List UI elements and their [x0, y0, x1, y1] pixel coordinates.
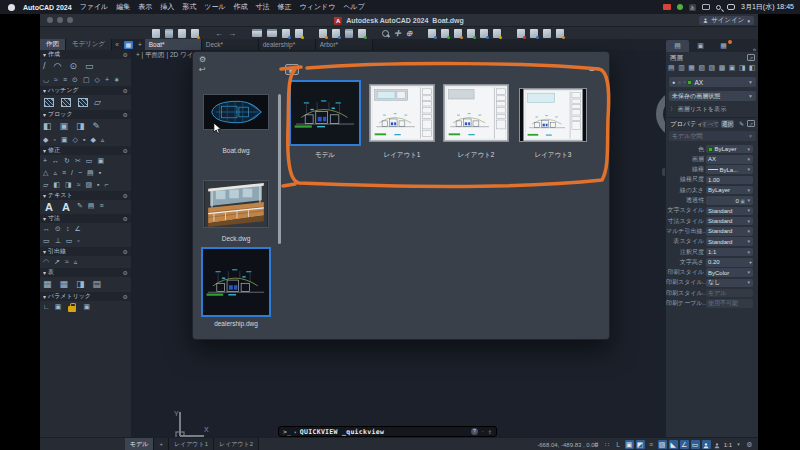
tool-icon[interactable]: ▭	[66, 236, 73, 246]
tool-icon[interactable]: ▵	[74, 257, 78, 267]
quickview-back-icon[interactable]: ↩	[199, 65, 206, 74]
drawing-tab-dealership[interactable]: dealership*	[259, 39, 316, 50]
tool-icon[interactable]: ◨	[76, 120, 85, 133]
menu-window[interactable]: ウィンドウ	[300, 2, 336, 12]
palette-section-header[interactable]: ▾寸法⚙	[40, 214, 131, 223]
tool-icon[interactable]: ▱	[43, 180, 48, 190]
gear-icon[interactable]: ⚙	[123, 293, 128, 300]
spotlight-icon[interactable]	[716, 5, 721, 10]
window-title-bar[interactable]: A Autodesk AutoCAD 2024 Boat.dwg サインイン ▾	[40, 14, 758, 27]
print-icon[interactable]	[252, 29, 262, 37]
collapse-icon[interactable]: ▾	[43, 87, 46, 94]
input-source-icon[interactable]: あ	[689, 4, 696, 11]
more-tabs-icon[interactable]: »	[753, 46, 758, 52]
polar-tracking-icon[interactable]: ◩	[636, 440, 645, 449]
keyboard-icon[interactable]	[702, 4, 710, 10]
layout-label[interactable]: モデル	[289, 151, 361, 160]
menu-file[interactable]: ファイル	[80, 2, 109, 12]
layer-tools-icon[interactable]	[428, 29, 436, 38]
tool-icon[interactable]: ⊙	[55, 224, 61, 234]
tool-icon[interactable]: ▫	[77, 236, 79, 246]
hatch-icon[interactable]	[44, 98, 54, 107]
text-align-icon[interactable]: ≡	[99, 201, 103, 213]
tool-icon[interactable]: ▣	[60, 120, 69, 133]
layer-on-icon[interactable]: ●	[672, 79, 675, 85]
layout-label[interactable]: レイアウト1	[369, 151, 435, 160]
tool-icon[interactable]: ⊙	[72, 75, 78, 85]
transparency-icon[interactable]: ▣	[740, 198, 745, 204]
page-setup-icon[interactable]	[282, 29, 290, 38]
gear-icon[interactable]: ⚙	[123, 111, 128, 118]
command-text[interactable]: QUICKVIEW _quickview	[300, 428, 384, 436]
collapse-icon[interactable]: ▾	[43, 215, 46, 222]
tool-icon[interactable]: ◡	[43, 75, 49, 85]
collapse-toolsets-icon[interactable]: «	[112, 39, 122, 50]
boundary-icon[interactable]: ▱	[94, 96, 101, 109]
block-editor-icon[interactable]	[358, 29, 366, 38]
palette-section-header[interactable]: ▾ハッチング⚙	[40, 86, 131, 95]
gear-icon[interactable]: ⚙	[123, 192, 128, 199]
gear-icon[interactable]: ⚙	[123, 269, 128, 276]
feedback-icon[interactable]	[556, 29, 564, 38]
screen-recording-icon[interactable]	[663, 4, 671, 10]
grid-icon[interactable]: #	[592, 440, 601, 449]
share-icon[interactable]	[530, 29, 538, 38]
tool-icon[interactable]: ≈	[54, 75, 58, 85]
help-icon[interactable]: ?	[471, 428, 478, 435]
gear-icon[interactable]: ⚙	[123, 248, 128, 255]
gradient-icon[interactable]	[78, 98, 88, 107]
tool-icon[interactable]: ▪	[99, 168, 101, 178]
tool-icon[interactable]: ▵	[53, 168, 57, 178]
plot-icon[interactable]	[295, 29, 303, 38]
layout-thumbnail-3[interactable]	[519, 88, 587, 142]
tool-icon[interactable]: ◧	[43, 120, 52, 133]
tool-icon[interactable]: △	[43, 168, 48, 178]
dynamic-input-icon[interactable]: ▣	[625, 440, 634, 449]
annotation-scale-button[interactable]: 1:1	[724, 442, 732, 448]
quickview-gear-icon[interactable]: ⚙	[199, 55, 206, 64]
annotation-autoscale-icon[interactable]	[713, 440, 722, 449]
show-layer-list-link[interactable]: 〉 画層リストを表示	[670, 105, 726, 114]
viewport-controls[interactable]: + | 平面図 | 2D ワイヤフレーム	[136, 51, 194, 60]
tool-icon[interactable]: ◠	[54, 60, 62, 73]
tool-icon[interactable]: ◨	[76, 278, 85, 291]
tool-icon[interactable]: ≈	[77, 180, 81, 190]
layer-match-icon[interactable]: ◨	[739, 64, 746, 72]
drawing-grid-view-icon[interactable]: ▦	[124, 41, 133, 49]
lock-constraint-icon[interactable]	[68, 306, 76, 312]
file-label[interactable]: Deck.dwg	[203, 235, 269, 242]
menu-modify[interactable]: 修正	[278, 2, 292, 12]
new-layer-icon[interactable]: ▤	[668, 64, 675, 72]
quickview-menu-icon[interactable]: ≡▾	[589, 64, 599, 74]
match-properties-icon[interactable]: ✎	[739, 120, 744, 127]
tool-icon[interactable]: ≡	[63, 75, 67, 85]
palette-section-header[interactable]: ▾修正⚙	[40, 146, 131, 155]
control-center-icon[interactable]	[727, 4, 735, 10]
polar-angle-icon[interactable]: ∠	[680, 440, 689, 449]
tool-icon[interactable]: ◆	[90, 135, 95, 145]
spellcheck-icon[interactable]: ▤	[88, 201, 95, 213]
pan-icon[interactable]: ✛	[394, 29, 401, 38]
layer-plot-icon[interactable]: ▩	[719, 64, 726, 72]
open-file-icon[interactable]	[165, 29, 173, 38]
menu-insert[interactable]: 挿入	[160, 2, 174, 12]
chevron-down-icon[interactable]: ▾	[294, 429, 297, 435]
layer-state-dropdown[interactable]: 未保存の画層状態 ▼	[669, 91, 756, 101]
measure-icon[interactable]	[454, 29, 462, 38]
tool-icon[interactable]: ↗	[54, 257, 60, 267]
layer-prev-icon[interactable]: ◧	[749, 64, 756, 72]
tab-blocks[interactable]: ▣	[689, 40, 712, 52]
file-thumbnail-dealership[interactable]	[201, 247, 271, 317]
menu-view[interactable]: 表示	[138, 2, 152, 12]
collapse-icon[interactable]: ▾	[43, 51, 46, 58]
drawing-tab-boat[interactable]: Boat*	[145, 39, 202, 50]
array-icon[interactable]	[480, 29, 488, 38]
tool-icon[interactable]: ▤	[93, 278, 102, 291]
tab-references[interactable]: ▦	[712, 40, 735, 52]
tool-icon[interactable]: ▭	[43, 236, 50, 246]
tool-icon[interactable]: ▪	[97, 180, 99, 190]
parallel-constraint-icon[interactable]: ▣	[55, 302, 62, 313]
tool-icon[interactable]: ▭	[85, 60, 94, 73]
perpendicular-constraint-icon[interactable]: ∟	[43, 302, 50, 313]
palette-section-header[interactable]: ▾表⚙	[40, 268, 131, 277]
